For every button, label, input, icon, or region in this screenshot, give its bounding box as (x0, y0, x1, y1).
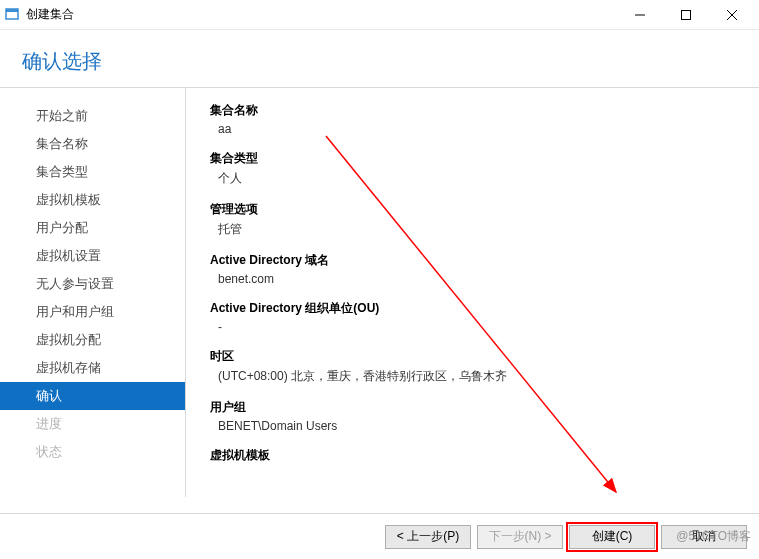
sidebar-item[interactable]: 集合类型 (0, 158, 185, 186)
field-label: Active Directory 组织单位(OU) (210, 300, 741, 317)
create-button[interactable]: 创建(C) (569, 525, 655, 549)
summary-field: 用户组BENET\Domain Users (210, 399, 741, 433)
sidebar-item[interactable]: 用户和用户组 (0, 298, 185, 326)
footer: < 上一步(P) 下一步(N) > 创建(C) 取消 (0, 513, 759, 559)
summary-field: Active Directory 组织单位(OU)- (210, 300, 741, 334)
next-button: 下一步(N) > (477, 525, 563, 549)
summary-field: 虚拟机模板 (210, 447, 741, 464)
close-button[interactable] (709, 0, 755, 30)
summary-field: Active Directory 域名benet.com (210, 252, 741, 286)
heading-area: 确认选择 (0, 30, 759, 87)
window-title: 创建集合 (26, 6, 74, 23)
window-controls (617, 0, 755, 30)
sidebar: 开始之前集合名称集合类型虚拟机模板用户分配虚拟机设置无人参与设置用户和用户组虚拟… (0, 88, 185, 497)
field-label: 管理选项 (210, 201, 741, 218)
field-value: 托管 (210, 221, 741, 238)
field-value: - (210, 320, 741, 334)
watermark: @51CTO博客 (676, 528, 751, 545)
svg-rect-1 (6, 9, 18, 12)
minimize-button[interactable] (617, 0, 663, 30)
sidebar-item[interactable]: 虚拟机模板 (0, 186, 185, 214)
sidebar-item[interactable]: 集合名称 (0, 130, 185, 158)
summary-field: 管理选项托管 (210, 201, 741, 238)
sidebar-item[interactable]: 无人参与设置 (0, 270, 185, 298)
field-label: 集合名称 (210, 102, 741, 119)
field-value: 个人 (210, 170, 741, 187)
field-label: 用户组 (210, 399, 741, 416)
sidebar-item[interactable]: 虚拟机存储 (0, 354, 185, 382)
field-label: 虚拟机模板 (210, 447, 741, 464)
summary-field: 时区(UTC+08:00) 北京，重庆，香港特别行政区，乌鲁木齐 (210, 348, 741, 385)
page-heading: 确认选择 (22, 48, 737, 75)
field-label: 集合类型 (210, 150, 741, 167)
app-icon (4, 7, 20, 23)
field-label: Active Directory 域名 (210, 252, 741, 269)
field-label: 时区 (210, 348, 741, 365)
summary-field: 集合类型个人 (210, 150, 741, 187)
sidebar-item[interactable]: 虚拟机分配 (0, 326, 185, 354)
sidebar-item: 进度 (0, 410, 185, 438)
content-pane: 集合名称aa集合类型个人管理选项托管Active Directory 域名ben… (185, 88, 759, 497)
field-value: benet.com (210, 272, 741, 286)
field-value: aa (210, 122, 741, 136)
field-value: (UTC+08:00) 北京，重庆，香港特别行政区，乌鲁木齐 (210, 368, 741, 385)
svg-rect-3 (682, 10, 691, 19)
maximize-button[interactable] (663, 0, 709, 30)
titlebar: 创建集合 (0, 0, 759, 30)
sidebar-item[interactable]: 确认 (0, 382, 185, 410)
sidebar-item[interactable]: 开始之前 (0, 102, 185, 130)
previous-button[interactable]: < 上一步(P) (385, 525, 471, 549)
sidebar-item: 状态 (0, 438, 185, 466)
sidebar-item[interactable]: 虚拟机设置 (0, 242, 185, 270)
wizard-body: 开始之前集合名称集合类型虚拟机模板用户分配虚拟机设置无人参与设置用户和用户组虚拟… (0, 87, 759, 497)
summary-field: 集合名称aa (210, 102, 741, 136)
sidebar-item[interactable]: 用户分配 (0, 214, 185, 242)
field-value: BENET\Domain Users (210, 419, 741, 433)
